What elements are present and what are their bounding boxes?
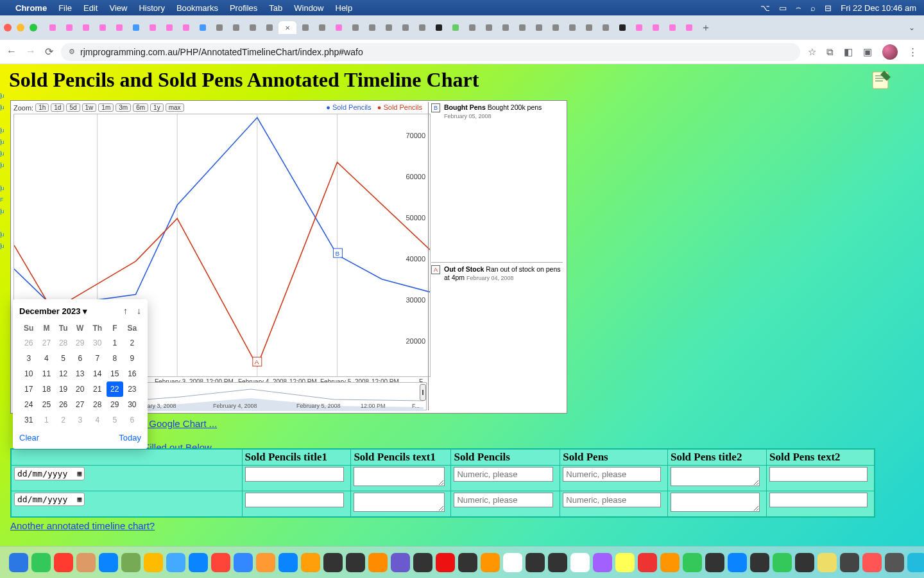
title1-input[interactable]	[245, 493, 344, 507]
dock-app-icon[interactable]	[705, 553, 724, 572]
zoom-window-button[interactable]	[30, 24, 37, 31]
dock-app-icon[interactable]	[234, 553, 253, 572]
browser-tab[interactable]	[228, 21, 244, 34]
dock-app-icon[interactable]	[144, 553, 163, 572]
close-icon[interactable]: ✕	[285, 24, 290, 31]
pencils-input[interactable]	[454, 493, 552, 507]
dock-app-icon[interactable]	[526, 553, 545, 572]
zoom-1y[interactable]: 1y	[150, 103, 164, 112]
browser-tab[interactable]	[515, 21, 530, 34]
calendar-icon[interactable]: ▦	[77, 469, 81, 478]
pens-input[interactable]	[563, 493, 660, 507]
dock-app-icon[interactable]	[31, 553, 51, 572]
zoom-1w[interactable]: 1w	[82, 103, 97, 112]
site-settings-icon[interactable]: ⚙	[69, 48, 75, 56]
browser-tab[interactable]	[415, 21, 430, 34]
zoom-1m[interactable]: 1m	[98, 103, 114, 112]
close-window-button[interactable]	[4, 24, 12, 31]
annotation-b[interactable]: B Bought Pens Bought 200k pens February …	[431, 103, 563, 121]
bluetooth-icon[interactable]: ⌥	[760, 3, 770, 13]
zoom-6m[interactable]: 6m	[133, 103, 148, 112]
browser-tab[interactable]	[648, 21, 663, 34]
app-menu[interactable]: Chrome	[15, 3, 47, 13]
browser-tab[interactable]	[681, 21, 697, 34]
wifi-icon[interactable]: ⌢	[796, 3, 801, 13]
browser-tab[interactable]	[212, 21, 227, 34]
browser-tab[interactable]	[548, 21, 563, 34]
date-field[interactable]: dd/mm/yyyy▦	[14, 467, 85, 480]
dock-app-icon[interactable]	[99, 553, 118, 572]
profile-avatar[interactable]	[882, 44, 898, 60]
reading-list-icon[interactable]: ▣	[863, 46, 872, 58]
dock-app-icon[interactable]	[323, 553, 343, 572]
dock-app-icon[interactable]	[458, 553, 477, 572]
overview-right-handle[interactable]: ‖	[420, 384, 426, 401]
pens-input[interactable]	[563, 467, 660, 482]
calendar-icon[interactable]: ▦	[77, 495, 81, 504]
text1-input[interactable]	[354, 493, 444, 512]
browser-tab[interactable]	[448, 21, 463, 34]
date-field[interactable]: dd/mm/yyyy▦	[14, 493, 85, 506]
title2-input[interactable]	[671, 467, 760, 486]
browser-tab[interactable]	[398, 21, 413, 34]
dock-app-icon[interactable]	[368, 553, 388, 572]
dock-app-icon[interactable]	[481, 553, 500, 572]
browser-tab[interactable]	[162, 21, 177, 34]
browser-tab[interactable]	[465, 21, 480, 34]
zoom-5d[interactable]: 5d	[66, 103, 80, 112]
text2-input[interactable]	[769, 467, 868, 482]
browser-tab[interactable]	[431, 21, 447, 34]
browser-tab[interactable]	[331, 21, 346, 34]
browser-tab[interactable]	[665, 21, 680, 34]
browser-tab[interactable]	[381, 21, 397, 34]
dock-app-icon[interactable]	[660, 553, 680, 572]
dock-app-icon[interactable]	[121, 553, 141, 572]
browser-tab[interactable]	[128, 21, 144, 34]
dock-app-icon[interactable]	[638, 553, 657, 572]
browser-tab[interactable]	[531, 21, 547, 34]
dock-app-icon[interactable]	[503, 553, 522, 572]
menu-help[interactable]: Help	[336, 3, 353, 13]
browser-tab[interactable]	[498, 21, 513, 34]
dock-app-icon[interactable]	[391, 553, 410, 572]
browser-tab[interactable]	[195, 21, 210, 34]
dock-app-icon[interactable]	[728, 553, 747, 572]
menu-edit[interactable]: Edit	[83, 3, 98, 13]
dock-app-icon[interactable]	[615, 553, 635, 572]
menu-file[interactable]: File	[58, 3, 72, 13]
dock-app-icon[interactable]	[773, 553, 792, 572]
clock[interactable]: Fri 22 Dec 10:46 am	[841, 3, 916, 13]
dock-app-icon[interactable]	[840, 553, 859, 572]
spotlight-icon[interactable]: ⌕	[810, 3, 816, 13]
menu-view[interactable]: View	[109, 3, 127, 13]
dock-app-icon[interactable]	[548, 553, 567, 572]
dock-app-icon[interactable]	[278, 553, 298, 572]
address-bar[interactable]: ⚙ rjmprogramming.com.au/PHP/AnnotatedTim…	[61, 43, 800, 61]
text1-input[interactable]	[354, 467, 444, 486]
browser-tab[interactable]	[178, 21, 194, 34]
menu-history[interactable]: History	[139, 3, 164, 13]
text2-input[interactable]	[769, 493, 868, 507]
dock-app-icon[interactable]	[54, 553, 73, 572]
browser-tab[interactable]	[631, 21, 647, 34]
dock-app-icon[interactable]	[436, 553, 455, 572]
pencils-input[interactable]	[454, 467, 552, 482]
menu-window[interactable]: Window	[294, 3, 323, 13]
annotation-a[interactable]: A Out of Stock Ran out of stock on pens …	[431, 262, 563, 283]
dock-app-icon[interactable]	[885, 553, 904, 572]
dock-app-icon[interactable]	[683, 553, 702, 572]
dock-app-icon[interactable]	[211, 553, 230, 572]
browser-tab[interactable]	[481, 21, 497, 34]
extensions-icon[interactable]: ⧉	[826, 46, 834, 58]
title2-input[interactable]	[671, 493, 760, 512]
tab-overflow-button[interactable]: ⌄	[909, 23, 920, 32]
browser-tab[interactable]	[565, 21, 580, 34]
dock-app-icon[interactable]	[166, 553, 185, 572]
browser-tab[interactable]	[598, 21, 613, 34]
browser-tab[interactable]	[45, 21, 60, 34]
calendar-selected-day[interactable]: 22	[107, 381, 123, 397]
calendar-clear-button[interactable]: Clear	[19, 433, 39, 442]
menu-tab[interactable]: Tab	[269, 3, 282, 13]
browser-tab[interactable]	[364, 21, 380, 34]
browser-tab[interactable]	[314, 21, 330, 34]
